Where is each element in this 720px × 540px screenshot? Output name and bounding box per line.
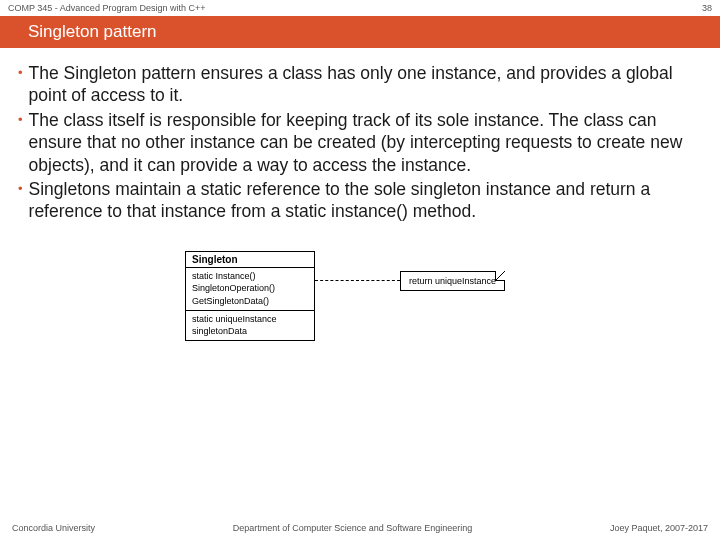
bullet-marker-icon: • bbox=[18, 178, 23, 223]
uml-class-box: Singleton static Instance() SingletonOpe… bbox=[185, 251, 315, 341]
bullet-text: The Singleton pattern ensures a class ha… bbox=[29, 62, 702, 107]
bullet-item: • Singletons maintain a static reference… bbox=[18, 178, 702, 223]
uml-connector bbox=[315, 280, 400, 281]
course-label: COMP 345 - Advanced Program Design with … bbox=[8, 3, 205, 13]
bullet-marker-icon: • bbox=[18, 109, 23, 176]
footer: Concordia University Department of Compu… bbox=[0, 516, 720, 540]
uml-class-name: Singleton bbox=[186, 252, 314, 268]
uml-note-box: return uniqueInstance bbox=[400, 271, 505, 291]
bullet-text: The class itself is responsible for keep… bbox=[29, 109, 702, 176]
uml-operations: static Instance() SingletonOperation() G… bbox=[186, 268, 314, 311]
slide-title: Singleton pattern bbox=[28, 22, 157, 42]
uml-op-line: GetSingletonData() bbox=[192, 295, 308, 308]
uml-note-text: return uniqueInstance bbox=[409, 276, 496, 286]
uml-diagram: Singleton static Instance() SingletonOpe… bbox=[185, 251, 535, 371]
slide-number: 38 bbox=[702, 3, 712, 13]
bullet-item: • The class itself is responsible for ke… bbox=[18, 109, 702, 176]
uml-attr-line: singletonData bbox=[192, 325, 308, 338]
bullet-item: • The Singleton pattern ensures a class … bbox=[18, 62, 702, 107]
uml-attributes: static uniqueInstance singletonData bbox=[186, 311, 314, 340]
uml-op-line: SingletonOperation() bbox=[192, 282, 308, 295]
bullet-text: Singletons maintain a static reference t… bbox=[29, 178, 702, 223]
footer-left: Concordia University bbox=[12, 523, 95, 533]
note-fold-icon bbox=[495, 271, 505, 281]
uml-op-line: static Instance() bbox=[192, 270, 308, 283]
content-area: • The Singleton pattern ensures a class … bbox=[0, 48, 720, 371]
footer-center: Department of Computer Science and Softw… bbox=[233, 523, 473, 533]
top-bar: COMP 345 - Advanced Program Design with … bbox=[0, 0, 720, 16]
uml-attr-line: static uniqueInstance bbox=[192, 313, 308, 326]
title-bar: Singleton pattern bbox=[0, 16, 720, 48]
bullet-marker-icon: • bbox=[18, 62, 23, 107]
footer-right: Joey Paquet, 2007-2017 bbox=[610, 523, 708, 533]
